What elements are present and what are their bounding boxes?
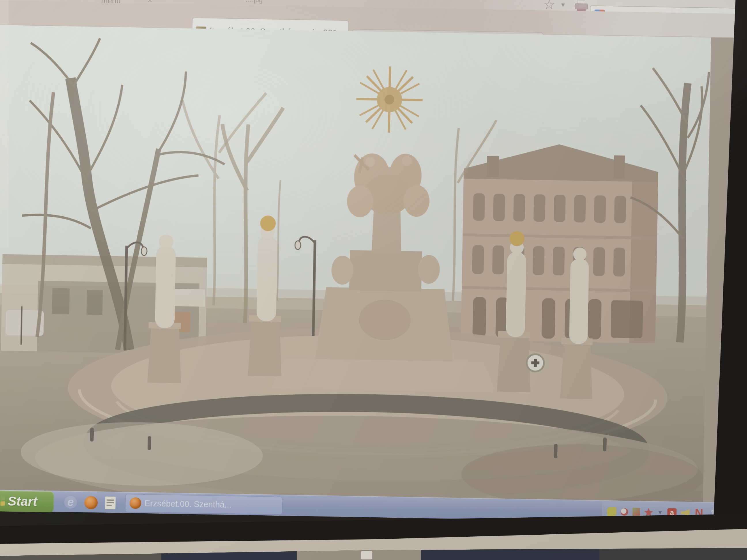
quick-launch: e [62, 491, 115, 513]
tray-nod32-icon[interactable]: N [694, 508, 704, 518]
tray-volume-icon[interactable] [681, 509, 689, 517]
furniture [161, 549, 297, 560]
tray-update-icon[interactable] [620, 508, 628, 515]
tray-expand-caret-icon[interactable]: ▾ [657, 510, 663, 515]
start-button[interactable]: Start [0, 490, 54, 512]
page-background-margin [703, 37, 747, 503]
system-tray: ▾ a N 17:46 [602, 501, 723, 524]
taskbar-window-label: Erzsébet.00. Szenthá... [145, 499, 232, 510]
tray-security-icon[interactable] [632, 508, 640, 516]
taskbar-clock[interactable]: 17:46 [710, 508, 736, 519]
tray-alert-icon[interactable] [644, 508, 653, 517]
wall [0, 551, 161, 560]
wall-fixture [361, 551, 372, 559]
windows-flag-icon [0, 496, 5, 506]
document-icon[interactable] [105, 496, 115, 509]
firefox-icon[interactable] [84, 496, 98, 509]
bookmark-menu-caret-icon[interactable]: ▼ [560, 1, 566, 8]
trinity-square-scene [0, 25, 711, 502]
page-image[interactable] [0, 25, 711, 502]
firefox-icon [129, 497, 141, 509]
taskbar-window-button[interactable]: Erzsébet.00. Szenthá... [125, 494, 282, 515]
projected-desktop: menü × ….jpg ☆ ▼ ▼ Google Erzsébet.00. S… [0, 0, 747, 526]
print-icon[interactable] [575, 0, 588, 12]
tray-messenger-icon[interactable] [607, 507, 616, 516]
tray-avast-icon[interactable]: a [667, 508, 677, 517]
titlebar-fragment: ….jpg [245, 0, 263, 4]
furniture [421, 547, 599, 560]
wall-column [297, 546, 421, 560]
projection-screen-photo: menü × ….jpg ☆ ▼ ▼ Google Erzsébet.00. S… [0, 0, 747, 560]
internet-explorer-icon[interactable]: e [64, 496, 77, 509]
start-label: Start [7, 494, 37, 509]
